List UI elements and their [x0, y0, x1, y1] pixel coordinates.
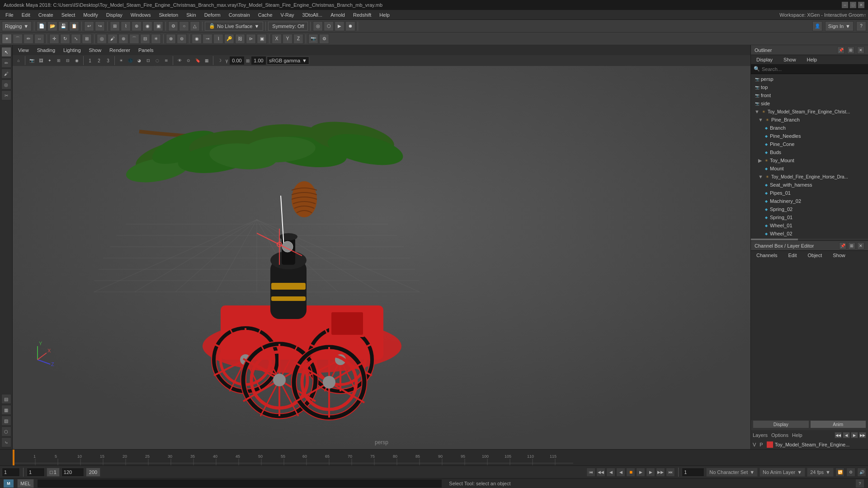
vp-exposure-icon[interactable]: ☽	[216, 56, 224, 65]
tree-item-buds[interactable]: ◆ Buds	[751, 148, 868, 156]
constraint-button[interactable]: ⛓	[235, 34, 245, 44]
maximize-button[interactable]: □	[850, 2, 856, 8]
close-button[interactable]: ✕	[858, 2, 864, 8]
vp-image-plane-icon[interactable]: 🖼	[37, 56, 45, 65]
vp-ao-icon[interactable]: ◕	[135, 56, 143, 65]
help-label[interactable]: Help	[792, 432, 802, 438]
menu-constrain[interactable]: Constrain	[225, 11, 254, 19]
help-line-button[interactable]: ?	[855, 479, 864, 488]
connection-editor-button[interactable]: ⤷	[1, 437, 11, 447]
ik-handle-button[interactable]: ⊸	[203, 34, 212, 44]
timeline-area[interactable]: 1 5 10 15 20 25 30 35 40 45 50 55 60 65 …	[0, 449, 868, 465]
playback-last-frame-button[interactable]: ⏭	[666, 468, 675, 477]
menu-help[interactable]: Help	[376, 11, 393, 19]
range-start-field[interactable]: 1	[27, 468, 45, 477]
joint-tool-button[interactable]: ◉	[192, 34, 202, 44]
menu-skin[interactable]: Skin	[183, 11, 199, 19]
menu-cache[interactable]: Cache	[255, 11, 276, 19]
help-button[interactable]: ?	[856, 21, 866, 31]
channel-box-close-icon[interactable]: ✕	[857, 242, 864, 249]
tree-item-mount[interactable]: ◆ Mount	[751, 164, 868, 173]
menu-modify[interactable]: Modify	[80, 11, 101, 19]
playback-prev-key-button[interactable]: ◀◀	[596, 468, 605, 477]
camera-button[interactable]: 📷	[308, 34, 318, 44]
vp-dof-icon[interactable]: ◌	[153, 56, 161, 65]
snap-point-button[interactable]: ⊕	[132, 21, 142, 31]
universal-manip-button[interactable]: ⊞	[82, 34, 92, 44]
soft-select-left-button[interactable]: ◎	[1, 80, 11, 89]
frame-range-button[interactable]: □ 1	[47, 468, 60, 477]
tree-item-wheel01[interactable]: ◆ Wheel_01	[751, 221, 868, 230]
channel-box-pin-icon[interactable]: 📌	[839, 242, 846, 249]
save-as-button[interactable]: 📋	[69, 21, 79, 31]
fps-dropdown[interactable]: 24 fps ▼	[807, 468, 834, 477]
save-scene-button[interactable]: 💾	[58, 21, 68, 31]
tree-item-wheel02[interactable]: ◆ Wheel_02	[751, 230, 868, 238]
vp-camera-view-icon[interactable]: ⊙	[184, 56, 193, 65]
camera-settings-button[interactable]: ⚙	[319, 34, 329, 44]
paint-select-button[interactable]: ✏	[24, 34, 33, 44]
symmetry-button[interactable]: Symmetry: Off	[268, 22, 308, 31]
viewport-lighting-menu[interactable]: Lighting	[60, 47, 85, 54]
tree-item-pipes01[interactable]: ◆ Pipes_01	[751, 189, 868, 197]
render-layer-button[interactable]: ▦	[1, 405, 11, 415]
playback-play-back-button[interactable]: ◀	[616, 468, 625, 477]
tree-item-pine-needles[interactable]: ◆ Pine_Needles	[751, 132, 868, 140]
audio-button[interactable]: 🔊	[857, 468, 866, 477]
timeline-ruler[interactable]: 1 5 10 15 20 25 30 35 40 45 50 55 60 65 …	[0, 450, 868, 465]
cache-button[interactable]: ▶	[335, 21, 344, 31]
channel-box-expand-icon[interactable]: ⊞	[848, 242, 855, 249]
no-anim-layer-button[interactable]: No Anim Layer ▼	[760, 468, 805, 477]
lattice-button[interactable]: ⊟	[140, 34, 150, 44]
vp-2d-pan-icon[interactable]: ✦	[46, 56, 54, 65]
viewport-shading-menu[interactable]: Shading	[33, 47, 59, 54]
playback-next-key-button[interactable]: ▶▶	[656, 468, 665, 477]
vp-quality-2-icon[interactable]: 2	[95, 56, 103, 65]
tree-item-side[interactable]: 📷 side	[751, 99, 868, 108]
menu-deform[interactable]: Deform	[201, 11, 224, 19]
viewport-renderer-menu[interactable]: Renderer	[106, 47, 134, 54]
workspace-selector[interactable]: Workspace: XGen - Interactive Groom↑	[779, 12, 866, 18]
rigging-dropdown[interactable]: Rigging ▼	[2, 21, 32, 31]
outliner-search-input[interactable]	[762, 66, 865, 72]
layers-nav-first[interactable]: ◀◀	[835, 432, 842, 438]
vp-camera-icon[interactable]: 📷	[28, 56, 36, 65]
lasso-select-button[interactable]: ⌒	[13, 34, 23, 44]
paint-weights-button[interactable]: ⊛	[118, 34, 128, 44]
outliner-search[interactable]: 🔍	[751, 64, 868, 74]
outliner-help-menu[interactable]: Help	[803, 56, 821, 63]
outliner-tree[interactable]: 📷 persp 📷 top 📷 front 📷 side ▼	[751, 74, 868, 239]
range-end-1-field[interactable]: 120	[61, 468, 84, 477]
tree-item-pine-cone[interactable]: ◆ Pine_Cone	[751, 140, 868, 148]
loop-button[interactable]: 🔁	[835, 468, 844, 477]
vp-xray-icon[interactable]: ◉	[73, 56, 81, 65]
tree-item-branch[interactable]: ◆ Branch	[751, 124, 868, 132]
playback-stop-button[interactable]: ⏹	[626, 468, 635, 477]
parent-button[interactable]: ⊳	[246, 34, 256, 44]
tree-item-seat-harness[interactable]: ◆ Seat_with_harness	[751, 181, 868, 189]
layers-nav-next[interactable]: ▶	[851, 432, 858, 438]
tree-item-spring01[interactable]: ◆ Spring_01	[751, 213, 868, 221]
tree-item-pine-branch[interactable]: ▼ ✳ Pine_Branch	[751, 116, 868, 124]
set-driven-key-button[interactable]: 🔑	[224, 34, 234, 44]
vp-shadow-icon[interactable]: 🌑	[126, 56, 134, 65]
layers-label[interactable]: Layers	[753, 432, 768, 438]
viewport-panels-menu[interactable]: Panels	[135, 47, 157, 54]
redo-button[interactable]: ↪	[95, 21, 105, 31]
outliner-scrollbar[interactable]	[751, 239, 868, 240]
playback-next-frame-button[interactable]: ▶	[646, 468, 655, 477]
anim-layer-button[interactable]: ▧	[1, 416, 11, 426]
menu-display[interactable]: Display	[103, 11, 126, 19]
menu-file[interactable]: File	[2, 11, 17, 19]
options-label[interactable]: Options	[771, 432, 788, 438]
playback-first-frame-button[interactable]: ⏮	[586, 468, 595, 477]
move-tool-button[interactable]: ✛	[49, 34, 59, 44]
select-by-object-button[interactable]: ○	[179, 21, 189, 31]
tree-item-toy-fire-engine[interactable]: ▼ ✳ Toy_Model_Fire_Engine_Horse_Dra...	[751, 173, 868, 181]
group-button[interactable]: ▣	[257, 34, 267, 44]
undo-button[interactable]: ↩	[84, 21, 94, 31]
snap-z-button[interactable]: Z	[293, 34, 303, 44]
layers-nav-prev[interactable]: ◀	[843, 432, 850, 438]
edit-menu[interactable]: Edit	[784, 252, 800, 259]
color-mode-dropdown[interactable]: sRGB gamma ▼	[267, 56, 309, 65]
